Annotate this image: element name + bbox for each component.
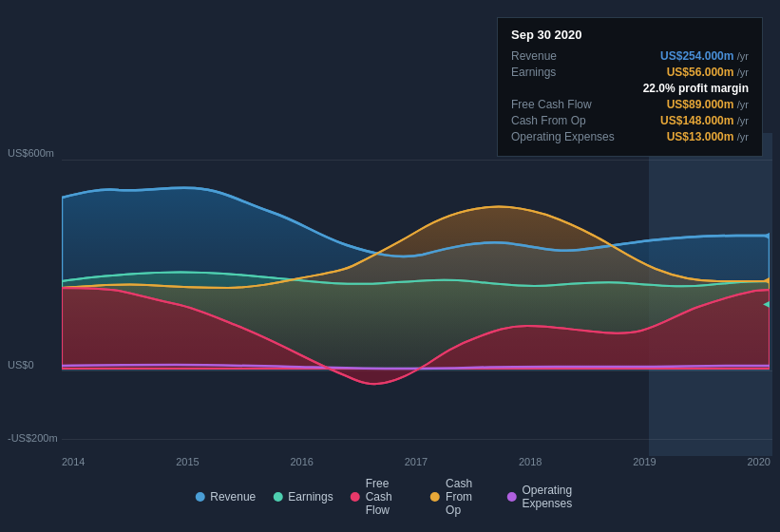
tooltip-value-revenue: US$254.000m /yr — [660, 49, 749, 63]
chart-svg: ◀ ◀ ◀ — [62, 141, 770, 464]
tooltip-value-cashfromop: US$148.000m /yr — [660, 114, 749, 127]
tooltip-row-margin: 22.0% profit margin — [511, 82, 749, 95]
tooltip-value-opex: US$13.000m /yr — [667, 130, 749, 143]
earnings-indicator: ◀ — [763, 298, 770, 309]
legend-item-earnings[interactable]: Earnings — [273, 490, 333, 504]
x-label-2019: 2019 — [633, 456, 656, 467]
y-axis-neg200: -US$200m — [8, 432, 58, 444]
tooltip-box: Sep 30 2020 Revenue US$254.000m /yr Earn… — [497, 17, 763, 157]
x-label-2017: 2017 — [405, 456, 428, 467]
legend-item-revenue[interactable]: Revenue — [195, 490, 256, 504]
tooltip-label-earnings: Earnings — [511, 66, 556, 79]
x-label-2020: 2020 — [748, 456, 770, 467]
tooltip-label-cashfromop: Cash From Op — [511, 114, 586, 127]
tooltip-label-revenue: Revenue — [511, 49, 557, 63]
legend-label-fcf: Free Cash Flow — [366, 477, 413, 517]
cashfromop-indicator: ◀ — [763, 275, 770, 285]
tooltip-label-opex: Operating Expenses — [511, 130, 615, 143]
legend-dot-opex — [507, 492, 517, 502]
chart-legend: Revenue Earnings Free Cash Flow Cash Fro… — [195, 477, 585, 517]
tooltip-value-fcf: US$89.000m /yr — [667, 98, 749, 111]
chart-container: Sep 30 2020 Revenue US$254.000m /yr Earn… — [0, 0, 780, 532]
legend-item-opex[interactable]: Operating Expenses — [507, 484, 585, 510]
tooltip-row-opex: Operating Expenses US$13.000m /yr — [511, 130, 749, 143]
tooltip-label-fcf: Free Cash Flow — [511, 98, 592, 111]
tooltip-row-fcf: Free Cash Flow US$89.000m /yr — [511, 98, 749, 111]
tooltip-value-earnings: US$56.000m /yr — [667, 66, 749, 79]
y-axis-0: US$0 — [8, 359, 34, 370]
legend-dot-revenue — [195, 492, 204, 502]
legend-label-earnings: Earnings — [288, 490, 333, 504]
legend-dot-cashfromop — [430, 492, 440, 502]
legend-label-opex: Operating Expenses — [523, 484, 585, 510]
legend-dot-fcf — [351, 492, 360, 502]
legend-label-cashfromop: Cash From Op — [446, 477, 489, 517]
x-label-2016: 2016 — [291, 456, 314, 467]
tooltip-date: Sep 30 2020 — [511, 28, 749, 42]
tooltip-row-cashfromop: Cash From Op US$148.000m /yr — [511, 114, 749, 127]
y-axis-600: US$600m — [8, 147, 54, 159]
legend-item-cashfromop[interactable]: Cash From Op — [430, 477, 489, 517]
x-axis: 2014 2015 2016 2017 2018 2019 2020 — [62, 456, 770, 467]
legend-dot-earnings — [273, 492, 282, 502]
x-label-2014: 2014 — [62, 456, 85, 467]
tooltip-row-revenue: Revenue US$254.000m /yr — [511, 49, 749, 63]
legend-label-revenue: Revenue — [210, 490, 256, 504]
tooltip-profit-margin: 22.0% profit margin — [643, 82, 749, 95]
legend-item-fcf[interactable]: Free Cash Flow — [351, 477, 413, 517]
revenue-indicator: ◀ — [763, 230, 770, 240]
x-label-2015: 2015 — [176, 456, 199, 467]
x-label-2018: 2018 — [519, 456, 542, 467]
tooltip-row-earnings: Earnings US$56.000m /yr — [511, 66, 749, 79]
